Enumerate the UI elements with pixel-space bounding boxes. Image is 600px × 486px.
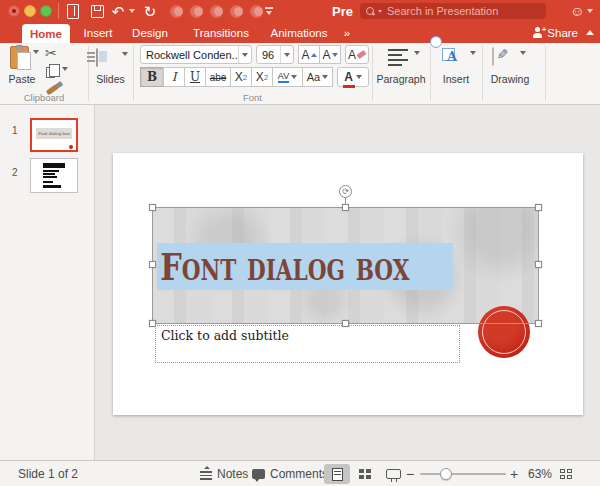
zoom-slider-track[interactable] xyxy=(420,473,506,475)
new-presentation-button[interactable] xyxy=(64,0,82,22)
chevron-down-icon xyxy=(322,75,328,79)
change-case-button[interactable]: Aa xyxy=(302,67,333,87)
resize-handle-bottom-center[interactable] xyxy=(342,320,349,327)
chevron-down-icon xyxy=(414,51,420,72)
tab-home[interactable]: Home xyxy=(22,24,70,43)
insert-label: Insert xyxy=(430,73,482,85)
grow-font-button[interactable]: A xyxy=(298,45,320,64)
share-button[interactable]: + Share xyxy=(532,22,578,43)
disabled-toolbar-button-2 xyxy=(188,0,204,22)
bold-label: B xyxy=(147,70,157,84)
slide-2-thumbnail[interactable] xyxy=(30,158,78,193)
zoom-level[interactable]: 63% xyxy=(528,461,552,486)
drawing-brush-icon: ✎ xyxy=(492,47,494,66)
rotation-handle[interactable]: ⟳ xyxy=(339,185,352,198)
resize-handle-top-right[interactable] xyxy=(535,204,542,211)
comments-button[interactable]: Comments xyxy=(252,461,328,486)
clear-formatting-button[interactable]: A xyxy=(345,45,369,64)
triangle-down-icon xyxy=(332,53,338,57)
tab-design[interactable]: Design xyxy=(128,22,172,43)
zoom-out-button[interactable]: − xyxy=(406,461,414,486)
font-size-combobox[interactable]: 96 xyxy=(256,45,294,64)
resize-handle-top-left[interactable] xyxy=(149,204,156,211)
subtitle-placeholder[interactable]: Click to add subtitle xyxy=(155,325,460,363)
normal-view-button[interactable] xyxy=(324,464,350,484)
slide-editing-surface[interactable]: Font dialog box ⟳ xyxy=(113,153,583,415)
thumbnail-text-bar xyxy=(43,176,57,178)
redo-button[interactable]: ↻ xyxy=(142,0,158,22)
resize-handle-middle-left[interactable] xyxy=(149,261,156,268)
slideshow-view-button[interactable] xyxy=(380,464,406,484)
fit-slide-button[interactable] xyxy=(560,461,573,486)
thumbnail-title-text: Font dialog box xyxy=(38,131,69,136)
search-input[interactable]: Search in Presentation xyxy=(360,3,546,19)
zoom-slider-knob[interactable] xyxy=(440,468,452,480)
thumbnail-text-bar xyxy=(43,173,55,175)
subscript-button[interactable]: X2 xyxy=(251,67,273,87)
title-bar: ↶ ↻ Pre Search in Presentation ☺ xyxy=(0,0,600,22)
resize-handle-top-center[interactable] xyxy=(342,204,349,211)
shrink-font-button[interactable]: A xyxy=(319,45,341,64)
subtitle-placeholder-text: Click to add subtitle xyxy=(161,328,289,343)
undo-button[interactable]: ↶ xyxy=(110,0,126,22)
save-button[interactable] xyxy=(88,0,106,22)
chevron-down-icon xyxy=(122,52,128,73)
disabled-toolbar-button-3 xyxy=(208,0,224,22)
disabled-tool-icon xyxy=(250,5,263,18)
chevron-down-icon xyxy=(587,9,593,13)
bold-button[interactable]: B xyxy=(140,67,164,87)
clear-formatting-label: A xyxy=(348,48,356,62)
toolbar-options-button[interactable] xyxy=(262,0,276,22)
tab-animations[interactable]: Animations xyxy=(266,22,332,43)
copy-menu-chevron[interactable] xyxy=(62,71,68,89)
font-size-dropdown[interactable] xyxy=(280,46,293,63)
resize-handle-middle-right[interactable] xyxy=(535,261,542,268)
cut-button[interactable]: ✂ xyxy=(45,45,57,61)
font-size-value: 96 xyxy=(257,49,280,61)
zoom-in-button[interactable]: + xyxy=(510,461,518,486)
collapse-ribbon-button[interactable] xyxy=(586,30,594,35)
superscript-button[interactable]: X2 xyxy=(230,67,252,87)
slide-2-number: 2 xyxy=(12,167,18,178)
resize-handle-bottom-right[interactable] xyxy=(535,320,542,327)
slide-sorter-icon xyxy=(359,469,372,480)
slide-sorter-view-button[interactable] xyxy=(352,464,378,484)
copy-button[interactable] xyxy=(46,67,55,78)
disabled-toolbar-button-1 xyxy=(168,0,184,22)
italic-button[interactable]: I xyxy=(163,67,185,87)
slide-title-text[interactable]: Font dialog box xyxy=(157,248,409,286)
new-document-icon xyxy=(67,4,79,19)
new-slide-icon xyxy=(96,48,98,67)
tab-overflow-button[interactable]: » xyxy=(338,22,356,43)
font-color-button[interactable]: A xyxy=(337,67,369,87)
tab-transitions[interactable]: Transitions xyxy=(188,22,254,43)
undo-icon: ↶ xyxy=(112,4,125,19)
tab-insert[interactable]: Insert xyxy=(80,22,116,43)
title-placeholder[interactable]: Font dialog box xyxy=(152,207,538,323)
minimize-window-button[interactable] xyxy=(24,5,36,17)
strikethrough-label: abe xyxy=(210,72,227,83)
redo-icon: ↻ xyxy=(144,4,157,19)
search-icon xyxy=(366,7,375,16)
strikethrough-button[interactable]: abe xyxy=(205,67,231,87)
resize-handle-bottom-left[interactable] xyxy=(149,320,156,327)
notes-button[interactable]: Notes xyxy=(200,461,248,486)
main-area: 1 Font dialog box 2 xyxy=(0,105,600,460)
search-scope-chevron-icon xyxy=(378,10,382,13)
comments-icon xyxy=(252,469,265,479)
underline-button[interactable]: U xyxy=(184,67,206,87)
character-spacing-button[interactable]: AV xyxy=(272,67,303,87)
ribbon-separator xyxy=(545,46,546,101)
slide-1-thumbnail[interactable]: Font dialog box xyxy=(30,118,78,152)
fit-slide-icon xyxy=(560,469,573,480)
undo-menu-button[interactable] xyxy=(128,0,136,22)
close-window-button[interactable] xyxy=(8,5,20,17)
chevron-down-icon xyxy=(291,75,297,79)
font-name-combobox[interactable]: Rockwell Conden... xyxy=(140,45,252,64)
font-name-dropdown[interactable] xyxy=(238,46,251,63)
red-stamp-graphic[interactable] xyxy=(478,306,530,358)
chevron-down-icon xyxy=(356,75,362,79)
zoom-window-button[interactable] xyxy=(40,5,52,17)
slide-thumbnail-panel: 1 Font dialog box 2 xyxy=(0,105,95,460)
feedback-menu-button[interactable]: ☺ xyxy=(570,0,593,22)
